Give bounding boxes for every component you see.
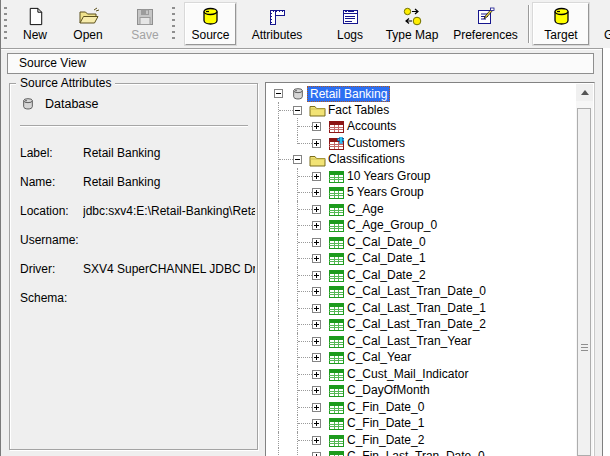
expand-plus-toggle[interactable] [312,337,321,346]
tree-item-label[interactable]: Fact Tables [326,102,391,119]
tree-item-label[interactable]: C_Cal_Date_2 [345,267,428,284]
logs-button[interactable]: Logs [330,4,370,45]
expand-plus-toggle[interactable] [312,370,321,379]
tree-item-c-cal-date-2[interactable]: C_Cal_Date_2 [266,267,574,284]
open-button[interactable]: Open [65,4,111,45]
expand-plus-toggle[interactable] [312,205,321,214]
expand-plus-toggle[interactable] [312,271,321,280]
preferences-button[interactable]: Preferences [449,4,522,45]
collapse-minus-toggle[interactable] [274,89,283,98]
tree-item-label[interactable]: C_Age [345,201,386,218]
expand-plus-toggle[interactable] [312,436,321,445]
tree-item-label[interactable]: C_Fin_Date_2 [345,432,426,449]
toolbar-grip-handle[interactable] [4,7,7,41]
expand-plus-toggle[interactable] [312,221,321,230]
tree-item-c-dayofmonth[interactable]: C_DayOfMonth [266,382,574,399]
classification-icon [328,383,346,398]
target-button[interactable]: Target [533,3,589,45]
tree-item-fact-tables[interactable]: Fact Tables [266,102,574,119]
tree-item-c-cal-date-1[interactable]: C_Cal_Date_1 [266,250,574,267]
save-floppy-icon [135,4,155,29]
tree-item-c-fin-date-1[interactable]: C_Fin_Date_1 [266,415,574,432]
classification-icon [328,284,346,299]
tree-item-label[interactable]: C_Fin_Date_0 [345,399,426,416]
expand-plus-toggle[interactable] [312,386,321,395]
scrollbar-up-button[interactable] [576,84,593,101]
database-icon [290,86,308,101]
target-pane-sliver [603,48,610,456]
collapse-minus-toggle[interactable] [293,155,302,164]
classification-icon [328,400,346,415]
expand-plus-toggle[interactable] [312,452,321,456]
tree-item-c-cal-date-0[interactable]: C_Cal_Date_0 [266,234,574,251]
tree-item-c-age[interactable]: C_Age [266,201,574,218]
g-button[interactable]: G [595,4,610,45]
tree-item-c-fin-date-0[interactable]: C_Fin_Date_0 [266,399,574,416]
field-label: Label: [20,146,53,160]
tree-item-c-cal-last-tran-date-2[interactable]: C_Cal_Last_Tran_Date_2 [266,316,574,333]
tree-item-label[interactable]: C_Cal_Last_Tran_Date_0 [345,283,488,300]
tree-item-c-cal-year[interactable]: C_Cal_Year [266,349,574,366]
tree-item-c-fin-date-2[interactable]: C_Fin_Date_2 [266,432,574,449]
expand-plus-toggle[interactable] [312,353,321,362]
tree-item-label[interactable]: Retail Banking [307,86,390,102]
tree-item-label[interactable]: C_Cal_Last_Tran_Date_2 [345,316,488,333]
logs-notepad-icon [340,4,360,29]
tree-item-c-cal-last-tran-date-1[interactable]: C_Cal_Last_Tran_Date_1 [266,300,574,317]
source-type-row: Database [20,96,99,111]
tree-item-label[interactable]: 10 Years Group [345,168,432,185]
tree-item-label[interactable]: C_DayOfMonth [345,382,432,399]
expand-plus-toggle[interactable] [312,320,321,329]
tree-connector-line [298,324,312,325]
toolbar-grip-handle[interactable] [172,7,175,41]
tree-item-c-cust-mail-indicator[interactable]: C_Cust_Mail_Indicator [266,366,574,383]
expand-plus-toggle[interactable] [312,419,321,428]
tree-item-retail-banking[interactable]: Retail Banking [266,85,574,102]
tree-item-label[interactable]: C_Cal_Last_Tran_Year [345,333,474,350]
tree-connector-line [279,159,293,160]
database-icon [20,96,38,111]
collapse-minus-toggle[interactable] [293,106,302,115]
tree-item-c-cal-last-tran-year[interactable]: C_Cal_Last_Tran_Year [266,333,574,350]
expand-plus-toggle[interactable] [312,139,321,148]
tree-item-label[interactable]: C_Cal_Year [345,349,413,366]
tree-item-label[interactable]: C_Cust_Mail_Indicator [345,366,470,383]
new-button[interactable]: New [13,4,57,45]
expand-plus-toggle[interactable] [312,238,321,247]
tree-item-label[interactable]: Customers [345,135,407,152]
tree-item-classifications[interactable]: Classifications [266,151,574,168]
tree-item-label[interactable]: C_Age_Group_0 [345,217,439,234]
tree-item-label[interactable]: C_Cal_Date_1 [345,250,428,267]
tree-item-c-age-group-0[interactable]: C_Age_Group_0 [266,217,574,234]
expand-plus-toggle[interactable] [312,254,321,263]
expand-plus-toggle[interactable] [312,122,321,131]
tree-connector-line [298,126,312,127]
attributes-button[interactable]: Attributes [241,4,313,45]
tree-item-accounts[interactable]: Accounts [266,118,574,135]
expand-plus-toggle[interactable] [312,304,321,313]
tree-connector-line [278,382,279,399]
tree-item-customers[interactable]: Customers [266,135,574,152]
expand-plus-toggle[interactable] [312,403,321,412]
field-label: Name: [20,175,55,189]
tree-item-label[interactable]: Accounts [345,118,398,135]
tree-item-label[interactable]: C_Cal_Date_0 [345,234,428,251]
tree-item-c-cal-last-tran-date-0[interactable]: C_Cal_Last_Tran_Date_0 [266,283,574,300]
expand-plus-toggle[interactable] [312,188,321,197]
tree-item-c-fin-last-tran-date-0[interactable]: C_Fin_Last_Tran_Date_0 [266,448,574,456]
expand-plus-toggle[interactable] [312,287,321,296]
tree-item-10-years-group[interactable]: 10 Years Group [266,168,574,185]
source-button[interactable]: Source [185,3,236,45]
tree-item-5-years-group[interactable]: 5 Years Group [266,184,574,201]
tree-item-label[interactable]: 5 Years Group [345,184,426,201]
tree-item-label[interactable]: C_Fin_Last_Tran_Date_0 [345,448,487,456]
tree-connector-line [298,357,312,358]
scrollbar-thumb[interactable] [577,108,591,456]
type-map-button[interactable]: Type Map [378,4,446,45]
attribute-field-label: Label:Retail Banking [20,146,257,162]
tree-item-label[interactable]: Classifications [326,151,407,168]
expand-plus-toggle[interactable] [312,172,321,181]
tree-vertical-scrollbar[interactable] [576,84,593,456]
tree-item-label[interactable]: C_Cal_Last_Tran_Date_1 [345,300,488,317]
tree-item-label[interactable]: C_Fin_Date_1 [345,415,426,432]
